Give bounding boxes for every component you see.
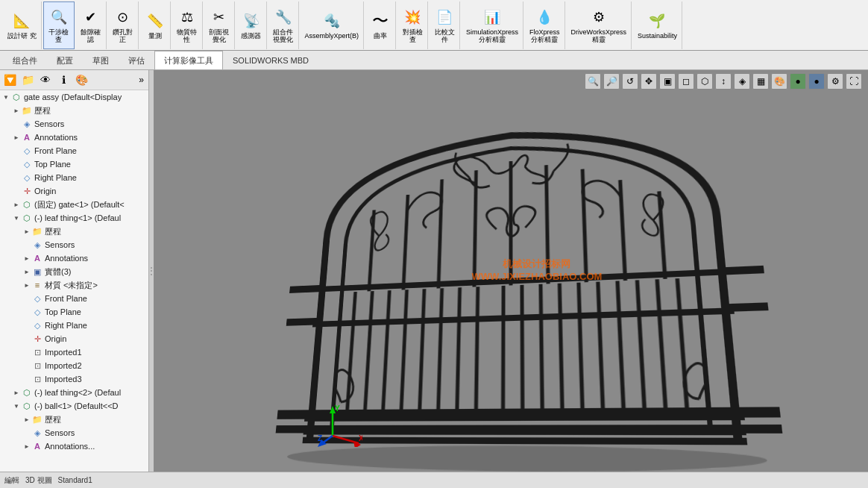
tree-item-imported3[interactable]: ⊡Imported3 <box>0 372 148 386</box>
tree-item-origin[interactable]: ✛Origin <box>0 184 148 198</box>
clearance-btn[interactable]: ✔ 餘隙確認 <box>76 1 107 49</box>
vp-fullscreen-btn[interactable]: ⛶ <box>846 73 862 90</box>
tree-label-origin: Origin <box>34 187 56 195</box>
tree-icon-imported1: ⊡ <box>31 346 43 358</box>
tree-item-leaf1-origin[interactable]: ✛Origin <box>0 332 148 345</box>
tree-arrow-gate1[interactable]: ► <box>12 200 21 209</box>
tree-arrow-leaf1-annotations[interactable]: ► <box>22 254 31 263</box>
tree-arrow-history[interactable]: ► <box>12 106 21 115</box>
tree-label-leaf1-front: Front Plane <box>45 294 87 303</box>
tree-label-leaf2: (-) leaf thing<2> (Defaul <box>34 388 121 397</box>
collision-btn[interactable]: 💥 對插檢查 <box>397 1 428 49</box>
tab-imaging[interactable]: 计算影像工具 <box>154 51 223 69</box>
tree-item-top-plane[interactable]: ◇Top Plane <box>0 157 148 171</box>
vp-shading-btn[interactable]: ⬡ <box>696 73 713 90</box>
hole-align-label: 鑽孔對正 <box>113 29 133 44</box>
tree-arrow-ball1[interactable]: ▼ <box>12 401 21 410</box>
tree-arrow-leaf1-history[interactable]: ► <box>22 227 31 236</box>
tab-mbd[interactable]: SOLIDWORKS MBD <box>223 51 318 69</box>
design-study-btn[interactable]: 📐 設計研 究 <box>3 1 42 49</box>
tree-item-root[interactable]: ▼⬡gate assy (Default<Display <box>0 90 148 104</box>
tab-evaluate[interactable]: 评估 <box>119 51 154 69</box>
tree-icon-leaf1-sensors: ◈ <box>31 239 43 251</box>
vp-grid-btn[interactable]: ▦ <box>752 73 769 90</box>
tree-item-ball1-history[interactable]: ►📁歷程 <box>0 413 148 426</box>
svg-line-19 <box>617 281 623 408</box>
vp-pan-btn[interactable]: ✥ <box>641 73 657 90</box>
assembly-viz-btn[interactable]: 🔧 組合件視覺化 <box>268 1 299 49</box>
sidebar-filter-btn[interactable]: 🔽 <box>1 72 18 88</box>
vp-color1-btn[interactable]: 🎨 <box>771 73 787 90</box>
tree-item-history[interactable]: ►📁歷程 <box>0 104 148 117</box>
tree-arrow-leaf1-material[interactable]: ► <box>22 281 31 290</box>
vp-rotate-btn[interactable]: ↺ <box>622 73 638 90</box>
tree-item-right-plane[interactable]: ◇Right Plane <box>0 171 148 184</box>
tree-item-imported1[interactable]: ⊡Imported1 <box>0 345 148 359</box>
interference-icon: 🔍 <box>48 7 69 28</box>
vp-view-btn[interactable]: ▣ <box>659 73 676 90</box>
tree-arrow-leaf1[interactable]: ▼ <box>12 213 21 222</box>
tree-arrow-leaf2[interactable]: ► <box>12 388 21 397</box>
vp-display-btn[interactable]: ◻ <box>678 73 694 90</box>
tree-arrow-origin <box>12 187 21 195</box>
tab-assembly[interactable]: 组合件 <box>3 51 47 69</box>
tree-item-leaf1-right[interactable]: ◇Right Plane <box>0 319 148 332</box>
tree-arrow-annotations[interactable]: ► <box>12 133 21 142</box>
tree-item-leaf1-solid[interactable]: ►▣實體(3) <box>0 265 148 278</box>
tree-item-front-plane[interactable]: ◇Front Plane <box>0 144 148 157</box>
sidebar-props-btn[interactable]: ℹ <box>55 72 72 88</box>
vp-section-btn[interactable]: ◈ <box>734 73 750 90</box>
tree-arrow-root[interactable]: ▼ <box>1 93 10 101</box>
tree-item-leaf1[interactable]: ▼⬡(-) leaf thing<1> (Defaul <box>0 211 148 225</box>
measure-btn[interactable]: 📏 量測 <box>140 1 171 49</box>
tree-item-ball1-annotations[interactable]: ►AAnnotations... <box>0 439 148 453</box>
svg-line-12 <box>476 287 477 409</box>
sidebar-view-btn[interactable]: 👁 <box>37 72 54 88</box>
tree-item-leaf1-sensors[interactable]: ◈Sensors <box>0 238 148 251</box>
sidebar-collapse-btn[interactable]: 📁 <box>19 72 36 88</box>
vp-zoom-btn[interactable]: 🔍 <box>585 73 601 90</box>
tree-item-leaf2[interactable]: ►⬡(-) leaf thing<2> (Defaul <box>0 386 148 399</box>
tree-item-ball1[interactable]: ▼⬡(-) ball<1> (Default<<D <box>0 399 148 413</box>
tree-icon-leaf1-origin: ✛ <box>31 333 43 345</box>
tree-arrow-ball1-annotations[interactable]: ► <box>22 442 31 451</box>
vp-zoom-out-btn[interactable]: 🔎 <box>603 73 620 90</box>
tree-item-gate1[interactable]: ►⬡(固定) gate<1> (Default< <box>0 198 148 211</box>
tree-item-leaf1-annotations[interactable]: ►AAnnotations <box>0 251 148 265</box>
3d-viewport[interactable]: 🔍 🔎 ↺ ✥ ▣ ◻ ⬡ ↕ ◈ ▦ 🎨 ● ● ⚙ ⛶ <box>154 70 868 472</box>
assembly-xpert-btn[interactable]: 🔩 AssemblyXpert(B) <box>301 1 365 49</box>
curvature-btn[interactable]: 〜 曲率 <box>365 1 396 49</box>
tree-arrow-ball1-history[interactable]: ► <box>22 415 31 424</box>
feature-tree: ▼⬡gate assy (Default<Display►📁歷程 ◈Sensor… <box>0 90 148 472</box>
interference-check-btn[interactable]: 🔍 干涉檢查 <box>43 1 75 49</box>
tree-item-imported2[interactable]: ⊡Imported2 <box>0 359 148 372</box>
hole-align-btn[interactable]: ⊙ 鑽孔對正 <box>108 1 139 49</box>
sensor-btn[interactable]: 📡 感測器 <box>236 1 267 49</box>
main-toolbar: 📐 設計研 究 🔍 干涉檢查 ✔ 餘隙確認 ⊙ 鑽孔對正 📏 量測 ⚖ 物質特性… <box>0 0 868 51</box>
section-view-btn[interactable]: ✂ 剖面視覺化 <box>204 1 235 49</box>
driveworks-btn[interactable]: ⚙ DriveWorksXpress精靈 <box>567 1 632 49</box>
floxpress-btn[interactable]: 💧 FloXpress分析精靈 <box>525 1 565 49</box>
physical-props-btn[interactable]: ⚖ 物質特性 <box>172 1 203 49</box>
tree-item-annotations[interactable]: ►AAnnotations <box>0 131 148 144</box>
sidebar-expand-icon[interactable]: » <box>136 73 147 87</box>
sustainability-btn[interactable]: 🌱 Sustainability <box>633 1 682 49</box>
tree-item-leaf1-history[interactable]: ►📁歷程 <box>0 225 148 238</box>
simulation-btn[interactable]: 📊 SimulationXpress分析精靈 <box>462 1 523 49</box>
tree-arrow-leaf1-solid[interactable]: ► <box>22 267 31 276</box>
vp-color3-btn[interactable]: ● <box>808 73 825 90</box>
vp-color2-btn[interactable]: ● <box>790 73 806 90</box>
tree-item-leaf1-material[interactable]: ►≡材質 <未指定> <box>0 278 148 292</box>
tab-sketch[interactable]: 草图 <box>83 51 119 69</box>
svg-line-11 <box>457 287 460 409</box>
tree-item-sensors[interactable]: ◈Sensors <box>0 117 148 131</box>
vp-settings-btn[interactable]: ⚙ <box>827 73 843 90</box>
tree-item-leaf1-front[interactable]: ◇Front Plane <box>0 292 148 305</box>
vp-orient-btn[interactable]: ↕ <box>715 73 732 90</box>
tree-arrow-leaf1-top <box>22 307 31 316</box>
tab-config[interactable]: 配置 <box>47 51 83 69</box>
tree-item-ball1-sensors[interactable]: ◈Sensors <box>0 426 148 439</box>
compare-btn[interactable]: 📄 比較文件 <box>430 1 460 49</box>
tree-item-leaf1-top[interactable]: ◇Top Plane <box>0 305 148 319</box>
sidebar-color-btn[interactable]: 🎨 <box>73 72 89 88</box>
